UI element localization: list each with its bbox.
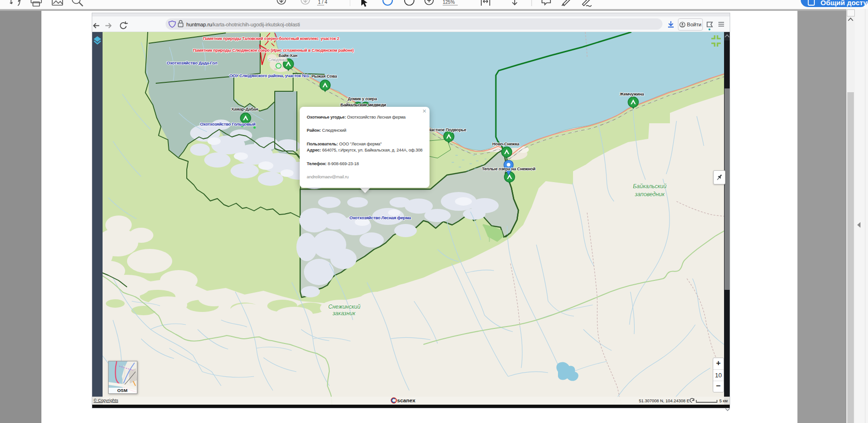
svg-text:OSM: OSM	[117, 388, 127, 393]
svg-text:1 / 4: 1 / 4	[318, 0, 327, 5]
svg-text:Общий доступ: Общий доступ	[820, 0, 868, 7]
svg-text:125%: 125%	[443, 0, 455, 5]
